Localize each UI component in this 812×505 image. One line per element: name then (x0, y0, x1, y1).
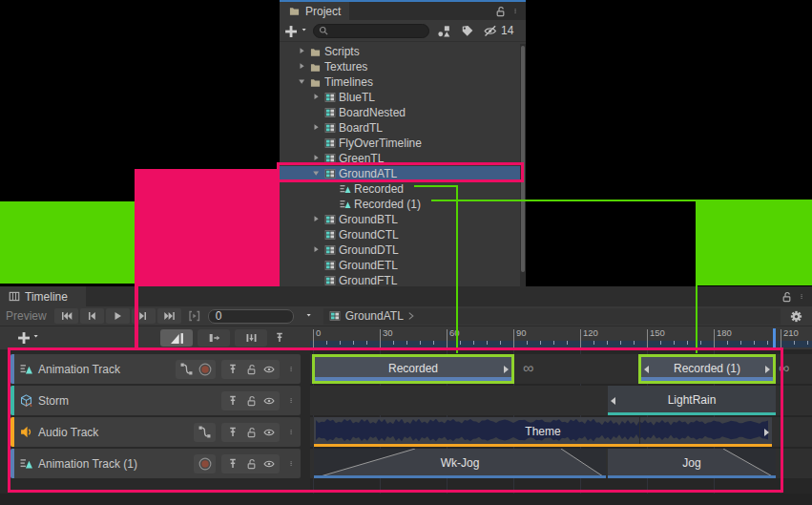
ruler-minor-tick (687, 341, 688, 345)
add-track-button[interactable] (17, 331, 30, 344)
ruler-minor-tick (740, 341, 741, 345)
timeline-icon (323, 229, 336, 241)
ruler-minor-tick (767, 341, 768, 345)
hidden-items-count: 14 (501, 24, 513, 37)
pink-block (135, 169, 280, 286)
create-asset-button[interactable] (284, 25, 297, 37)
tree-item-recorded[interactable]: Recorded (280, 181, 526, 197)
timeline-icon (323, 122, 336, 134)
tree-item-boardtl[interactable]: BoardTL (280, 120, 526, 136)
pin-marker-button[interactable] (274, 331, 285, 344)
playhead-marker[interactable] (773, 328, 776, 347)
foldout-right-icon[interactable] (311, 245, 323, 255)
timeline-clip-toolbar: 0306090120150180210 (0, 326, 812, 349)
ruler-minor-tick (527, 341, 528, 345)
tab-project[interactable]: Project (280, 2, 349, 20)
tree-item-label: Recorded (1) (354, 198, 421, 211)
scrollbar-thumb[interactable] (521, 46, 525, 272)
ruler-minor-tick (674, 341, 675, 345)
tree-item-label: Textures (324, 60, 367, 74)
ruler-minor-tick (540, 341, 541, 345)
lock-icon[interactable] (781, 291, 792, 303)
preview-button[interactable]: Preview (6, 309, 47, 323)
foldout-right-icon[interactable] (311, 123, 323, 133)
ruler-label: 150 (650, 327, 665, 338)
tree-item-flyovertimeline[interactable]: FlyOverTimeline (280, 136, 526, 151)
hidden-items-icon[interactable] (483, 25, 497, 37)
foldout-right-icon[interactable] (311, 93, 323, 102)
folder-icon (309, 62, 322, 73)
tree-item-boardnested[interactable]: BoardNested (280, 105, 526, 120)
ripple-mode-button[interactable] (198, 329, 230, 347)
ruler-major-tick (513, 329, 514, 347)
search-input[interactable] (313, 24, 429, 38)
ruler-label: 90 (516, 327, 527, 338)
ruler-minor-tick (620, 341, 621, 345)
ruler-minor-tick (593, 341, 594, 345)
recorded-connector-v (456, 185, 458, 353)
anim-clip-icon (339, 183, 351, 195)
tree-item-groundetl[interactable]: GroundETL (280, 258, 526, 273)
step-back-button[interactable] (80, 308, 104, 324)
search-by-type-button[interactable] (437, 25, 450, 37)
ruler-major-tick (714, 329, 715, 347)
foldout-right-icon[interactable] (297, 47, 308, 56)
create-asset-caret-icon[interactable] (301, 28, 309, 34)
ruler-minor-tick (366, 341, 367, 345)
mix-mode-button[interactable] (160, 329, 193, 347)
project-tabbar: Project (280, 2, 526, 20)
tree-item-groundctl[interactable]: GroundCTL (280, 227, 526, 242)
search-by-label-button[interactable] (461, 25, 473, 37)
foldout-right-icon[interactable] (297, 62, 308, 72)
frame-field[interactable]: 0 (208, 309, 294, 324)
play-button[interactable] (106, 308, 130, 324)
timeline-window-buttons (781, 290, 812, 303)
play-range-button[interactable] (187, 310, 201, 322)
ruler-range-strip (310, 341, 812, 347)
kebab-menu-icon[interactable] (801, 290, 805, 303)
ruler-major-tick (647, 329, 648, 347)
timeline-tabbar: Timeline (0, 286, 812, 306)
tree-item-label: BoardTL (339, 121, 383, 135)
frame-dropdown-icon[interactable] (305, 313, 314, 320)
tree-item-timelines[interactable]: Timelines (280, 74, 526, 90)
tree-item-label: Scripts (324, 45, 360, 58)
skip-start-button[interactable] (54, 308, 78, 324)
ruler-major-tick (313, 329, 314, 347)
ruler-label: 30 (383, 327, 393, 338)
tree-item-textures[interactable]: Textures (280, 59, 526, 74)
ruler-major-tick (380, 329, 381, 347)
lock-icon[interactable] (494, 6, 506, 17)
anim-clip-icon (339, 199, 351, 210)
tree-item-label: FlyOverTimeline (339, 137, 422, 150)
tree-item-label: BlueTL (339, 91, 375, 104)
gear-icon[interactable] (790, 310, 802, 323)
ruler-minor-tick (487, 341, 488, 345)
kebab-menu-icon[interactable] (514, 5, 519, 17)
right-green-block (697, 201, 812, 285)
ruler-minor-tick (727, 341, 728, 345)
breadcrumb-label[interactable]: GroundATL (345, 309, 404, 323)
tree-item-groundbtl[interactable]: GroundBTL (280, 212, 526, 227)
ruler-major-tick (580, 329, 581, 347)
project-window-buttons (494, 5, 526, 17)
screenshot-root: Timeline Preview 0 GroundATL (0, 0, 812, 505)
tree-item-groundftl[interactable]: GroundFTL (280, 273, 526, 288)
ruler-minor-tick (393, 341, 394, 345)
timeline-asset-icon (329, 310, 341, 322)
add-track-caret-icon[interactable] (32, 334, 41, 341)
timeline-ruler[interactable]: 0306090120150180210 (310, 326, 812, 349)
skip-end-button[interactable] (157, 308, 181, 324)
foldout-right-icon[interactable] (311, 215, 323, 224)
tree-item-label: BoardNested (339, 106, 406, 119)
ruler-minor-tick (567, 341, 568, 345)
tracks-outline (8, 347, 783, 493)
ruler-label: 180 (717, 327, 732, 338)
tab-timeline[interactable]: Timeline (0, 286, 86, 306)
tree-item-grounddtl[interactable]: GroundDTL (280, 242, 526, 258)
tree-item-scripts[interactable]: Scripts (280, 44, 526, 59)
foldout-down-icon[interactable] (297, 77, 308, 87)
tree-item-bluetl[interactable]: BlueTL (280, 90, 526, 105)
replace-mode-button[interactable] (235, 329, 267, 347)
pink-connector-v (135, 286, 138, 348)
